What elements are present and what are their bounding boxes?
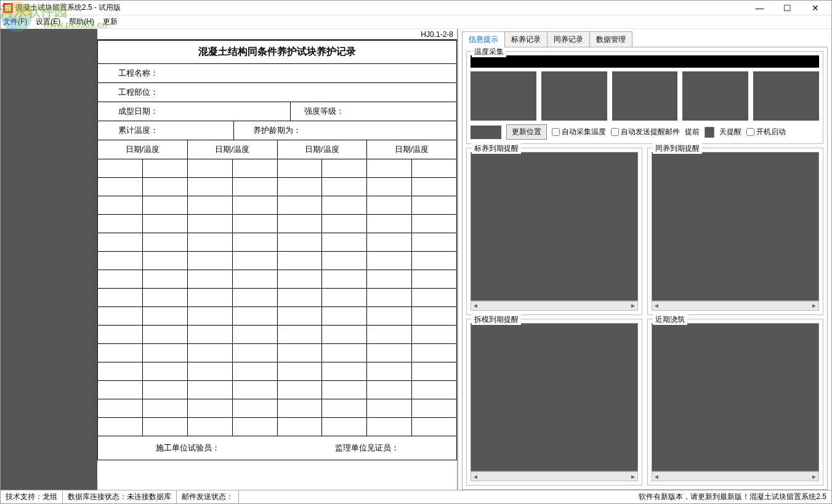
label-form-date: 成型日期： [98, 102, 178, 121]
menu-settings[interactable]: 设置(E) [36, 17, 60, 27]
label-before: 提前 [685, 127, 700, 137]
update-position-button[interactable]: 更新位置 [506, 124, 547, 140]
status-tech: 技术支持：龙组 [1, 490, 63, 503]
doc-title: 混凝土结构同条件养护试块养护记录 [98, 41, 456, 64]
grid-header: 日期/温度 日期/温度 日期/温度 日期/温度 [98, 140, 456, 159]
checkbox-boot-start[interactable]: 开机启动 [746, 127, 786, 137]
temp-box-1 [471, 71, 536, 121]
label-days-remind: 天提醒 [719, 127, 741, 137]
group-title-cm: 拆模到期提醒 [472, 314, 521, 325]
menubar: 文件(F) 设置(E) 帮助(H) 更新 [1, 15, 831, 29]
maximize-button[interactable]: ☐ [773, 1, 801, 15]
scrollbar-h[interactable]: ◄► [471, 471, 638, 481]
label-project-name: 工程名称： [98, 64, 178, 82]
watermark-logo [1, 1, 32, 32]
grid-row[interactable] [98, 215, 456, 233]
minimize-button[interactable]: — [746, 1, 773, 15]
window-title: 混凝土试块留置系统2.5 - 试用版 [15, 2, 746, 13]
grid-row[interactable] [98, 270, 456, 289]
temp-box-4 [682, 71, 748, 121]
location-display [471, 126, 501, 139]
group-chaimu-remind: 拆模到期提醒 ◄► [466, 319, 642, 486]
grid-row[interactable] [98, 233, 456, 252]
tab-data[interactable]: 数据管理 [589, 31, 632, 47]
grid-row[interactable] [98, 362, 456, 381]
recent-list[interactable] [652, 323, 819, 472]
temp-display-bar [471, 55, 819, 68]
label-inspector: 施工单位试验员： [98, 442, 277, 454]
checkbox-auto-mail[interactable]: 自动发送提醒邮件 [611, 127, 680, 137]
close-button[interactable]: ✕ [801, 1, 829, 15]
statusbar: 技术支持：龙组 数据库连接状态：未连接数据库 邮件发送状态： 软件有新版本，请更… [1, 490, 831, 503]
grid-row[interactable] [98, 399, 456, 418]
group-title-temp: 温度采集 [472, 47, 506, 57]
boot-start-input[interactable] [746, 128, 754, 136]
status-db: 数据库连接状态：未连接数据库 [63, 490, 177, 503]
col-header-3: 日期/温度 [278, 140, 368, 159]
tab-info[interactable]: 信息提示 [462, 31, 505, 47]
scrollbar-h[interactable]: ◄► [652, 301, 819, 311]
temp-box-5 [753, 71, 819, 121]
label-acc-temp: 累计温度： [98, 121, 178, 140]
titlebar: 混凝土试块留置系统2.5 - 试用版 — ☐ ✕ [1, 1, 831, 15]
auto-collect-input[interactable] [552, 128, 560, 136]
grid-row[interactable] [98, 307, 456, 326]
grid-row[interactable] [98, 196, 456, 215]
field-cure-period[interactable] [320, 121, 456, 140]
chaimu-list[interactable] [471, 323, 638, 472]
field-form-date[interactable] [178, 102, 290, 121]
tab-tongyang[interactable]: 同养记录 [547, 31, 590, 47]
menu-help[interactable]: 帮助(H) [69, 17, 94, 27]
grid-row[interactable] [98, 381, 456, 399]
temp-box-3 [612, 71, 678, 121]
status-mail: 邮件发送状态： [177, 490, 239, 503]
field-project-part[interactable] [178, 83, 456, 102]
col-header-4: 日期/温度 [367, 140, 456, 159]
grid-row[interactable] [98, 178, 456, 196]
doc-code: HJ0.1-2-8 [97, 29, 457, 40]
label-cure-period: 养护龄期为： [233, 121, 320, 140]
grid-row[interactable] [98, 326, 456, 344]
group-tongyang-remind: 同养到期提醒 ◄► [647, 148, 823, 315]
tab-biaoyang[interactable]: 标养记录 [504, 31, 547, 47]
grid-row[interactable] [98, 289, 456, 307]
days-spinner[interactable] [705, 127, 714, 138]
label-strength: 强度等级： [290, 102, 358, 121]
auto-mail-input[interactable] [611, 128, 619, 136]
field-acc-temp[interactable] [178, 121, 233, 140]
field-strength[interactable] [358, 102, 456, 121]
status-update: 软件有新版本，请更新到最新版！混凝土试块留置系统2.5 [634, 490, 831, 503]
col-header-1: 日期/温度 [98, 140, 188, 159]
grid-row[interactable] [98, 418, 456, 436]
scrollbar-h[interactable]: ◄► [652, 471, 819, 481]
right-panel: 信息提示 标养记录 同养记录 数据管理 温度采集 [458, 29, 831, 490]
col-header-2: 日期/温度 [188, 140, 278, 159]
grid-row[interactable] [98, 159, 456, 178]
temp-box-2 [541, 71, 607, 121]
field-project-name[interactable] [178, 64, 456, 82]
tongyang-list[interactable] [652, 152, 819, 301]
label-project-part: 工程部位： [98, 83, 178, 102]
group-title-ty: 同养到期提醒 [653, 143, 702, 154]
group-title-recent: 近期浇筑 [653, 314, 687, 325]
grid-row[interactable] [98, 344, 456, 362]
group-title-by: 标养到期提醒 [472, 143, 521, 154]
group-recent: 近期浇筑 ◄► [647, 319, 823, 486]
checkbox-auto-collect[interactable]: 自动采集温度 [552, 127, 606, 137]
menu-update[interactable]: 更新 [103, 17, 118, 27]
grid-row[interactable] [98, 252, 456, 270]
document-area: HJ0.1-2-8 混凝土结构同条件养护试块养护记录 工程名称： 工程部位： 成… [97, 29, 458, 490]
left-sidebar [1, 29, 97, 490]
group-biaoyang-remind: 标养到期提醒 ◄► [466, 148, 642, 315]
group-temp-collect: 温度采集 更新位置 自动采集温度 自动发送提醒邮件 提前 [466, 51, 823, 144]
biaoyang-list[interactable] [471, 152, 638, 301]
scrollbar-h[interactable]: ◄► [471, 301, 638, 311]
label-witness: 监理单位见证员： [277, 442, 456, 454]
